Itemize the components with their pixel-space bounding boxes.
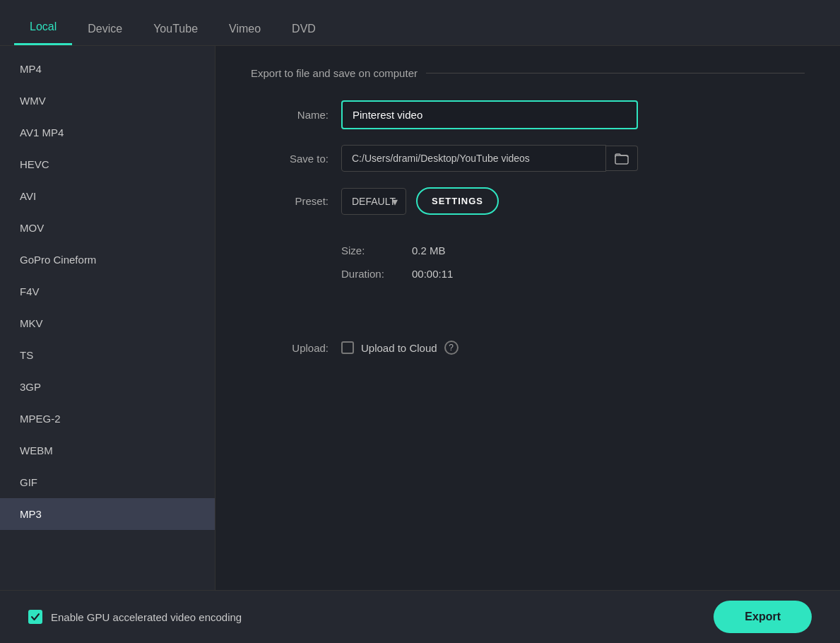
upload-label: Upload: [251,342,329,354]
svg-rect-0 [615,155,628,164]
gpu-label: Enable GPU accelerated video encoding [51,611,242,623]
sidebar-item-webm[interactable]: WEBM [0,435,215,466]
info-section: Size: 0.2 MB Duration: 00:00:11 [341,244,805,291]
save-to-label: Save to: [251,153,329,165]
size-label: Size: [341,244,412,256]
save-to-field [341,145,638,172]
size-row: Size: 0.2 MB [341,244,805,256]
sidebar-item-mpeg2[interactable]: MPEG-2 [0,403,215,435]
sidebar: MP4WMVAV1 MP4HEVCAVIMOVGoPro CineformF4V… [0,46,215,643]
preset-row: Preset: DEFAULTCustom SETTINGS [251,187,805,215]
upload-checkbox-area: Upload to Cloud ? [341,341,459,355]
folder-button[interactable] [606,146,638,171]
tab-local[interactable]: Local [14,11,72,45]
sidebar-item-mov[interactable]: MOV [0,212,215,244]
sidebar-item-f4v[interactable]: F4V [0,276,215,307]
duration-row: Duration: 00:00:11 [341,268,805,280]
preset-label: Preset: [251,195,329,207]
section-title-text: Export to file and save on computer [251,67,418,79]
preset-wrapper: DEFAULTCustom [341,188,406,215]
save-to-row: Save to: [251,145,805,172]
tab-youtube[interactable]: YouTube [138,13,213,45]
name-input[interactable] [341,100,638,129]
sidebar-item-mkv[interactable]: MKV [0,307,215,339]
preset-controls: DEFAULTCustom SETTINGS [341,187,499,215]
preset-select[interactable]: DEFAULTCustom [341,188,406,215]
tab-bar: LocalDeviceYouTubeVimeoDVD [0,0,840,46]
bottom-bar: Enable GPU accelerated video encoding Ex… [0,590,840,643]
tab-vimeo[interactable]: Vimeo [213,13,276,45]
settings-button[interactable]: SETTINGS [416,187,499,215]
gpu-checkbox-area: Enable GPU accelerated video encoding [28,610,242,624]
sidebar-item-gopro[interactable]: GoPro Cineform [0,244,215,276]
name-row: Name: [251,100,805,129]
upload-checkbox[interactable] [341,341,354,354]
sidebar-item-gif[interactable]: GIF [0,466,215,498]
sidebar-item-avi[interactable]: AVI [0,180,215,212]
help-icon-text: ? [449,343,454,353]
tab-dvd[interactable]: DVD [276,13,331,45]
name-label: Name: [251,109,329,121]
sidebar-item-av1mp4[interactable]: AV1 MP4 [0,117,215,148]
sidebar-item-3gp[interactable]: 3GP [0,371,215,403]
sidebar-item-ts[interactable]: TS [0,339,215,371]
sidebar-item-mp4[interactable]: MP4 [0,53,215,85]
gpu-checkbox[interactable] [28,610,42,624]
size-value: 0.2 MB [412,244,446,256]
sidebar-item-wmv[interactable]: WMV [0,85,215,117]
checkmark-icon [30,612,40,622]
sidebar-item-hevc[interactable]: HEVC [0,148,215,180]
upload-row: Upload: Upload to Cloud ? [251,341,805,355]
save-to-input[interactable] [341,145,606,172]
export-button[interactable]: Export [714,601,812,633]
main-layout: MP4WMVAV1 MP4HEVCAVIMOVGoPro CineformF4V… [0,46,840,643]
duration-value: 00:00:11 [412,268,453,280]
upload-to-cloud-label[interactable]: Upload to Cloud [361,342,437,354]
section-title: Export to file and save on computer [251,67,805,79]
duration-label: Duration: [341,268,412,280]
help-icon[interactable]: ? [444,341,459,355]
tab-device[interactable]: Device [72,13,138,45]
sidebar-item-mp3[interactable]: MP3 [0,498,215,530]
content-area: Export to file and save on computer Name… [215,46,840,643]
